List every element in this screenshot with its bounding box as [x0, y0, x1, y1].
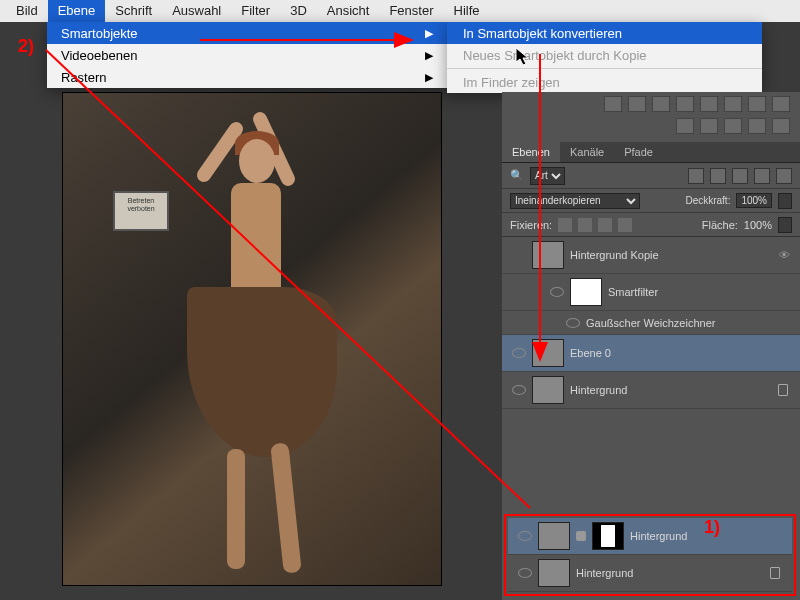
- panel-icon[interactable]: [700, 96, 718, 112]
- visibility-toggle[interactable]: [550, 287, 564, 297]
- dropdown-ebene: Smartobjekte ▶ Videoebenen ▶ Rastern ▶: [47, 22, 447, 88]
- visibility-toggle[interactable]: [566, 318, 580, 328]
- layer-row[interactable]: Hintergrund: [502, 372, 800, 409]
- panel-icon[interactable]: [676, 118, 694, 134]
- panel-icon[interactable]: [724, 118, 742, 134]
- lock-position-icon[interactable]: [598, 218, 612, 232]
- menuitem-label: Videoebenen: [61, 48, 137, 63]
- lock-icon: [770, 567, 780, 579]
- menu-3d[interactable]: 3D: [280, 0, 317, 22]
- fill-dropdown-icon[interactable]: [778, 217, 792, 233]
- blend-mode-select[interactable]: Ineinanderkopieren: [510, 193, 640, 209]
- visibility-toggle[interactable]: [518, 531, 532, 541]
- eye-icon: 👁: [779, 249, 790, 261]
- panel-icon[interactable]: [700, 118, 718, 134]
- filter-smart-icon[interactable]: [776, 168, 792, 184]
- menuitem-label: Neues Smartobjekt durch Kopie: [463, 48, 647, 63]
- panel-icon[interactable]: [748, 96, 766, 112]
- layer-name: Hintergrund: [630, 530, 687, 542]
- menu-ansicht[interactable]: Ansicht: [317, 0, 380, 22]
- filter-kind-select[interactable]: Art: [530, 167, 565, 185]
- layer-mask-thumb[interactable]: [592, 522, 624, 550]
- tab-layers[interactable]: Ebenen: [502, 142, 560, 162]
- layer-row-selected[interactable]: Hintergrund: [508, 518, 792, 555]
- blend-opacity-row: Ineinanderkopieren Deckkraft: 100%: [502, 189, 800, 213]
- layer-row[interactable]: Hintergrund: [508, 555, 792, 592]
- menu-filter[interactable]: Filter: [231, 0, 280, 22]
- panel-icon[interactable]: [724, 96, 742, 112]
- menuitem-show-in-finder: Im Finder zeigen: [447, 71, 762, 93]
- layer-name: Gaußscher Weichzeichner: [586, 317, 715, 329]
- lock-pixels-icon[interactable]: [578, 218, 592, 232]
- menu-schrift[interactable]: Schrift: [105, 0, 162, 22]
- submenu-arrow-icon: ▶: [425, 49, 433, 62]
- layer-thumb[interactable]: [532, 241, 564, 269]
- layer-list: Hintergrund Kopie 👁 Smartfilter Gaußsche…: [502, 237, 800, 409]
- search-icon: 🔍: [510, 169, 524, 182]
- visibility-toggle[interactable]: [512, 348, 526, 358]
- menuitem-new-smartobject-copy: Neues Smartobjekt durch Kopie: [447, 44, 762, 66]
- filter-image-icon[interactable]: [688, 168, 704, 184]
- layer-name: Hintergrund: [570, 384, 627, 396]
- menu-ebene[interactable]: Ebene: [48, 0, 106, 22]
- annotation-2: 2): [18, 36, 34, 57]
- layer-row[interactable]: Smartfilter: [502, 274, 800, 311]
- panels-area: Ebenen Kanäle Pfade 🔍 Art Ineinanderkopi…: [502, 92, 800, 600]
- menu-fenster[interactable]: Fenster: [379, 0, 443, 22]
- menu-auswahl[interactable]: Auswahl: [162, 0, 231, 22]
- opacity-label: Deckkraft:: [685, 195, 730, 206]
- lock-fill-row: Fixieren: Fläche: 100%: [502, 213, 800, 237]
- cursor-icon: [516, 48, 532, 72]
- layer-thumb[interactable]: [538, 559, 570, 587]
- menuitem-label: Im Finder zeigen: [463, 75, 560, 90]
- layer-row[interactable]: Gaußscher Weichzeichner: [502, 311, 800, 335]
- layer-name: Ebene 0: [570, 347, 611, 359]
- panel-icon[interactable]: [676, 96, 694, 112]
- layer-thumb[interactable]: [570, 278, 602, 306]
- submenu-arrow-icon: ▶: [425, 71, 433, 84]
- visibility-toggle[interactable]: [518, 568, 532, 578]
- opacity-dropdown-icon[interactable]: [778, 193, 792, 209]
- panel-quick-icons: [502, 92, 800, 142]
- panel-icon[interactable]: [748, 118, 766, 134]
- filter-shape-icon[interactable]: [754, 168, 770, 184]
- submenu-smartobjekte: In Smartobjekt konvertieren Neues Smarto…: [447, 22, 762, 93]
- layer-row[interactable]: Hintergrund Kopie 👁: [502, 237, 800, 274]
- menuitem-label: Smartobjekte: [61, 26, 138, 41]
- layer-name: Hintergrund Kopie: [570, 249, 659, 261]
- layer-thumb[interactable]: [532, 376, 564, 404]
- panel-icon[interactable]: [652, 96, 670, 112]
- panel-icon[interactable]: [604, 96, 622, 112]
- link-icon[interactable]: [576, 531, 586, 541]
- lock-label: Fixieren:: [510, 219, 552, 231]
- submenu-arrow-icon: ▶: [425, 27, 433, 40]
- menu-hilfe[interactable]: Hilfe: [444, 0, 490, 22]
- layer-thumb[interactable]: [538, 522, 570, 550]
- figure-person: [181, 99, 351, 579]
- menuitem-smartobjekte[interactable]: Smartobjekte ▶: [47, 22, 447, 44]
- filter-type-icon[interactable]: [732, 168, 748, 184]
- menubar: Bild Ebene Schrift Auswahl Filter 3D Ans…: [0, 0, 800, 22]
- fill-value[interactable]: 100%: [744, 219, 772, 231]
- layer-filter-bar: 🔍 Art: [502, 163, 800, 189]
- tab-paths[interactable]: Pfade: [614, 142, 663, 162]
- panel-icon[interactable]: [772, 96, 790, 112]
- filter-adjust-icon[interactable]: [710, 168, 726, 184]
- document-canvas[interactable]: Betreten verboten: [62, 92, 442, 586]
- panel-icon[interactable]: [772, 118, 790, 134]
- menuitem-rastern[interactable]: Rastern ▶: [47, 66, 447, 88]
- tab-channels[interactable]: Kanäle: [560, 142, 614, 162]
- menuitem-label: In Smartobjekt konvertieren: [463, 26, 622, 41]
- menu-bild[interactable]: Bild: [6, 0, 48, 22]
- menuitem-videoebenen[interactable]: Videoebenen ▶: [47, 44, 447, 66]
- menuitem-convert-smartobject[interactable]: In Smartobjekt konvertieren: [447, 22, 762, 44]
- menuitem-label: Rastern: [61, 70, 107, 85]
- lock-transparent-icon[interactable]: [558, 218, 572, 232]
- visibility-toggle[interactable]: [512, 385, 526, 395]
- layer-row-selected[interactable]: Ebene 0: [502, 335, 800, 372]
- fill-label: Fläche:: [702, 219, 738, 231]
- layer-thumb[interactable]: [532, 339, 564, 367]
- lock-all-icon[interactable]: [618, 218, 632, 232]
- panel-icon[interactable]: [628, 96, 646, 112]
- opacity-value[interactable]: 100%: [736, 193, 772, 208]
